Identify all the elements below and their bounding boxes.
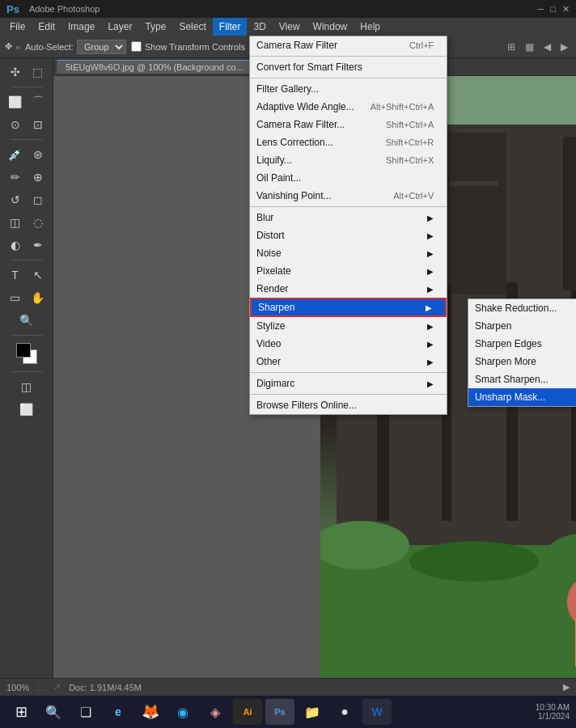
menu-item-filter[interactable]: Filter [213,18,248,36]
sharpen-more[interactable]: Sharpen More [468,353,576,370]
gradient-tool[interactable]: ◫ [5,212,26,233]
filter-camera-raw-2[interactable]: Camera Raw Filter... Shift+Ctrl+A [250,116,447,133]
filter-liquify[interactable]: Liquify... Shift+Ctrl+X [250,151,447,169]
pen-tool[interactable]: ✒ [28,235,49,256]
eyedropper-tool[interactable]: 💉 [5,144,26,165]
minimize-btn[interactable]: ─ [538,4,544,15]
lasso-tool[interactable]: ⌒ [28,91,49,112]
word-taskbar-btn[interactable]: W [362,699,392,725]
quick-mask-btn[interactable]: ◫ [16,376,37,397]
svg-rect-10 [450,181,498,186]
crop-tool[interactable]: ⊡ [28,114,49,135]
screen-mode-btn[interactable]: ⬜ [16,399,37,420]
document-tab[interactable]: 5tEUgW8v6O.jpg @ 100% (Background co... … [57,60,264,74]
filter-other[interactable]: Other ▶ [250,353,447,370]
menu-item-file[interactable]: File [3,18,32,36]
auto-select-dropdown[interactable]: Group Layer [77,40,126,54]
start-button[interactable]: ⊞ [6,699,36,725]
filter-adaptive-wide[interactable]: Adaptive Wide Angle... Alt+Shift+Ctrl+A [250,98,447,116]
filter-vanishing-point-label: Vanishing Point... [256,190,332,201]
quick-select-tool[interactable]: ⊙ [5,114,26,135]
filter-convert-smart[interactable]: Convert for Smart Filters [250,58,447,76]
spot-healing-tool[interactable]: ⊛ [28,144,49,165]
filter-distort[interactable]: Distort ▶ [250,226,447,244]
eraser-tool[interactable]: ◻ [28,189,49,210]
foreground-color[interactable] [16,343,31,358]
filter-pixelate[interactable]: Pixelate ▶ [250,262,447,280]
nav-left-icon[interactable]: ◀ [540,40,554,54]
sharpen-smart-sharpen[interactable]: Smart Sharpen... [468,370,576,388]
filter-pixelate-arrow: ▶ [427,267,434,276]
blur-tool[interactable]: ◌ [28,212,49,233]
nav-right-icon[interactable]: ▶ [557,40,571,54]
menu-item-view[interactable]: View [273,18,307,36]
show-transform-checkbox[interactable] [131,41,142,52]
sharpen-sharpen-label: Sharpen [475,320,511,332]
menu-item-3d[interactable]: 3D [247,18,272,36]
ps-logo: Ps [6,3,19,15]
sharpen-sharpen[interactable]: Sharpen [468,317,576,335]
edge-taskbar-btn[interactable]: e [104,699,133,725]
type-tool[interactable]: T [5,265,26,286]
filter-video[interactable]: Video ▶ [250,335,447,353]
history-brush-tool[interactable]: ↺ [5,189,26,210]
filter-convert-smart-label: Convert for Smart Filters [256,61,362,73]
zoom-tool[interactable]: 🔍 [16,310,37,331]
artboard-tool[interactable]: ⬚ [28,61,49,83]
menu-item-window[interactable]: Window [307,18,354,36]
dodge-tool[interactable]: ◐ [5,235,26,256]
filter-digimarc[interactable]: Digimarc ▶ [250,375,447,392]
filter-lens-correction-label: Lens Correction... [256,137,333,148]
divider-3 [250,206,447,207]
filter-stylize[interactable]: Stylize ▶ [250,317,447,335]
filter-sharpen[interactable]: Sharpen ▶ [250,298,447,317]
brush-tool[interactable]: ✏ [5,167,26,188]
filter-vanishing-point[interactable]: Vanishing Point... Alt+Ctrl+V [250,187,447,205]
stamp-tool[interactable]: ⊕ [28,167,49,188]
menu-item-edit[interactable]: Edit [32,18,61,36]
maximize-btn[interactable]: □ [550,4,556,15]
move-tool[interactable]: ✣ [5,61,26,83]
filter-noise-label: Noise [256,248,282,259]
illustrator-taskbar-btn[interactable]: Ai [233,699,262,725]
filter-blur-label: Blur [256,212,273,223]
panels-icon[interactable]: ▦ [522,40,537,54]
menu-item-type[interactable]: Type [138,18,172,36]
chrome-taskbar-btn[interactable]: ● [330,699,359,725]
menu-item-image[interactable]: Image [61,18,101,36]
app2-taskbar-btn[interactable]: ◈ [201,699,230,725]
close-btn[interactable]: ✕ [562,4,570,15]
filter-browse-online[interactable]: Browse Filters Online... [250,396,447,414]
filter-oil-paint[interactable]: Oil Paint... [250,169,447,187]
app1-taskbar-btn[interactable]: ◉ [168,699,197,725]
rectangle-shape-tool[interactable]: ▭ [5,287,26,308]
menu-item-help[interactable]: Help [354,18,387,36]
sharpen-unsharp-mask[interactable]: Unsharp Mask... [468,388,576,406]
filter-digimarc-label: Digimarc [256,378,294,389]
path-selection-tool[interactable]: ↖ [28,265,49,286]
photoshop-taskbar-btn[interactable]: Ps [265,699,294,725]
explorer-taskbar-btn[interactable]: 📁 [298,699,327,725]
filter-blur[interactable]: Blur ▶ [250,209,447,226]
task-view-button[interactable]: ❑ [71,699,100,725]
filter-lens-correction-shortcut: Shift+Ctrl+R [385,138,434,147]
firefox-taskbar-btn[interactable]: 🦊 [136,699,165,725]
rectangular-marquee-tool[interactable]: ⬜ [5,91,26,112]
menu-item-layer[interactable]: Layer [101,18,138,36]
filter-camera-raw-2-label: Camera Raw Filter... [256,119,345,130]
app-title: Adobe Photoshop [29,4,100,14]
filter-lens-correction[interactable]: Lens Correction... Shift+Ctrl+R [250,133,447,151]
menu-item-select[interactable]: Select [172,18,212,36]
filter-noise[interactable]: Noise ▶ [250,244,447,262]
search-button[interactable]: 🔍 [39,699,68,725]
hand-tool[interactable]: ✋ [28,287,49,308]
filter-camera-raw-2-shortcut: Shift+Ctrl+A [386,120,434,129]
color-swatch[interactable] [16,343,37,364]
move-tool-arrows: ⬦ [15,42,20,51]
filter-render[interactable]: Render ▶ [250,280,447,298]
filter-gallery[interactable]: Filter Gallery... [250,80,447,98]
filter-camera-raw[interactable]: Camera Raw Filter Ctrl+F [250,36,447,54]
sharpen-shake-reduction[interactable]: Shake Reduction... [468,299,576,317]
arrange-icon[interactable]: ⊞ [504,40,519,54]
sharpen-edges[interactable]: Sharpen Edges [468,335,576,353]
